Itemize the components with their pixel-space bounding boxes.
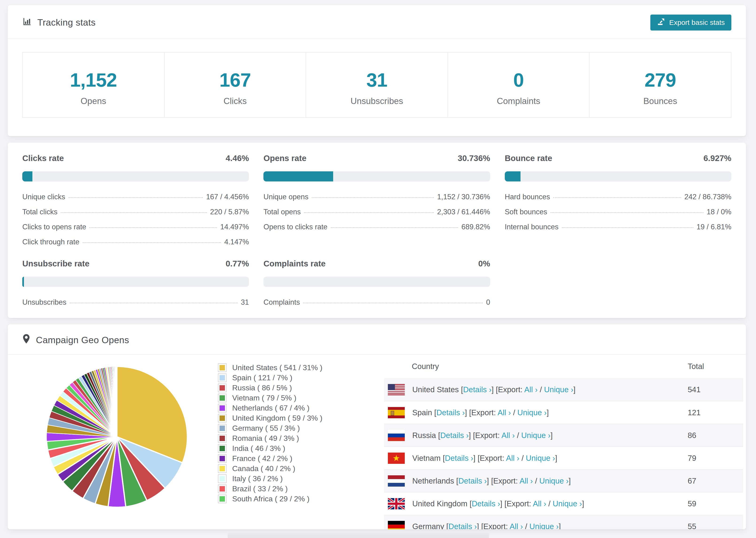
rate-panel-value: 4.46% [226,153,249,163]
tracking-stats-header: Tracking stats Export basic stats [8,5,746,39]
country-cell: Germany [Details ›] [Export: All › / Uni… [412,522,561,529]
rate-detail-value: 220 / 5.87% [210,208,249,216]
rate-detail-row: Unique opens 1,152 / 30.736% [263,193,490,201]
details-link[interactable]: Details › [440,431,469,440]
rate-detail-row: Internal bounces 19 / 6.81% [505,223,731,231]
legend-item: Brazil ( 33 / 2% ) [218,484,384,494]
country-cell: Russia [Details ›] [Export: All › / Uniq… [412,431,553,440]
rate-progress-fill [505,171,520,182]
total-cell: 67 [688,476,743,485]
total-cell: 59 [688,499,743,508]
details-link[interactable]: Details › [436,408,465,417]
rate-detail-value: 689.82% [461,223,490,231]
export-all-link[interactable]: All › [533,499,546,508]
table-row: United States [Details ›] [Export: All ›… [384,378,743,401]
export-unique-link[interactable]: Unique › [521,431,551,440]
rate-detail-value: 167 / 4.456% [206,193,249,201]
rate-detail-row: Clicks to opens rate 14.497% [22,223,249,231]
details-link[interactable]: Details › [449,522,477,529]
rate-detail-row: Opens to clicks rate 689.82% [263,223,490,231]
rate-detail-value: 0 [486,298,490,306]
legend-item: Netherlands ( 67 / 4% ) [218,403,384,413]
export-all-link[interactable]: All › [506,454,519,462]
country-cell: Spain [Details ›] [Export: All › / Uniqu… [412,408,549,417]
rate-detail-value: 4.147% [224,238,249,246]
geo-header: Campaign Geo Opens [8,324,746,355]
stat-counter: 279 Bounces [589,52,731,118]
rate-detail-row: Complaints 0 [263,298,490,306]
total-cell: 541 [688,385,743,394]
dotted-leader [551,212,703,213]
legend-color-swatch [218,364,226,372]
rate-progress-bar [22,171,249,182]
rate-progress-bar [263,171,490,182]
legend-label: France ( 42 / 2% ) [232,454,292,463]
column-header-total: Total [688,362,743,371]
rate-detail-row: Unsubscribes 31 [22,298,249,306]
legend-label: Netherlands ( 67 / 4% ) [232,404,309,412]
rate-progress-bar [263,277,490,287]
page-title: Tracking stats [37,17,95,28]
dotted-leader [312,197,434,198]
legend-item: Canada ( 40 / 2% ) [218,463,384,474]
stat-counter: 0 Complaints [448,52,590,118]
dotted-leader [82,242,221,243]
rate-detail-row: Soft bounces 18 / 0% [505,208,731,216]
legend-item: Italy ( 36 / 2% ) [218,474,384,484]
rate-progress-fill [22,171,32,182]
export-all-link[interactable]: All › [519,476,533,485]
rate-detail-value: 1,152 / 30.736% [437,193,490,201]
rate-detail-row: Unique clicks 167 / 4.456% [22,193,249,201]
export-unique-link[interactable]: Unique › [526,454,555,462]
export-all-link[interactable]: All › [502,431,515,440]
total-cell: 79 [688,454,743,463]
country-cell: United Kingdom [Details ›] [Export: All … [412,499,584,508]
export-all-link[interactable]: All › [524,385,538,394]
export-unique-link[interactable]: Unique › [553,499,582,508]
rate-panel: Bounce rate 6.927% Hard bounces 242 / 86… [505,153,731,246]
map-pin-icon [22,334,30,346]
legend-item: Germany ( 55 / 3% ) [218,423,384,433]
rate-detail-label: Unique opens [263,193,308,201]
rate-detail-value: 18 / 0% [707,208,731,216]
rate-panel-title: Bounce rate [505,153,552,163]
legend-color-swatch [218,414,226,422]
es-flag-icon [388,407,405,418]
rate-detail-row: Click through rate 4.147% [22,238,249,246]
stat-counter-value: 279 [590,69,731,91]
table-row: Spain [Details ›] [Export: All › / Uniqu… [384,401,743,424]
details-link[interactable]: Details › [463,385,491,394]
table-row: United Kingdom [Details ›] [Export: All … [384,492,743,515]
rate-detail-label: Click through rate [22,238,80,246]
legend-item: United Kingdom ( 59 / 3% ) [218,413,384,423]
dotted-leader [61,212,207,213]
rate-detail-row: Hard bounces 242 / 86.738% [505,193,731,201]
legend-label: Italy ( 36 / 2% ) [232,474,283,483]
export-all-link[interactable]: All › [510,522,523,529]
stat-counter: 167 Clicks [164,52,306,118]
rate-panel-value: 0.77% [226,259,249,268]
export-basic-stats-button[interactable]: Export basic stats [650,15,731,30]
export-unique-link[interactable]: Unique › [544,385,573,394]
de-flag-icon [388,521,405,529]
rate-detail-label: Total clicks [22,208,58,216]
table-row: Russia [Details ›] [Export: All › / Uniq… [384,424,743,447]
nl-flag-icon [388,475,405,487]
details-link[interactable]: Details › [472,499,500,508]
details-link[interactable]: Details › [458,476,487,485]
export-unique-link[interactable]: Unique › [529,522,559,529]
rate-detail-value: 31 [241,298,249,306]
export-unique-link[interactable]: Unique › [517,408,547,417]
geo-table-header: Country Total [384,355,743,378]
export-unique-link[interactable]: Unique › [539,476,568,485]
geo-legend: United States ( 541 / 31% ) Spain ( 121 … [218,363,384,504]
details-link[interactable]: Details › [445,454,473,462]
rate-panel-value: 6.927% [703,153,731,163]
legend-color-swatch [218,394,226,402]
tracking-stats-title: Tracking stats [22,17,95,28]
dotted-leader [70,302,238,303]
dotted-leader [562,227,693,228]
country-cell: Netherlands [Details ›] [Export: All › /… [412,476,571,485]
rate-panel-value: 0% [478,259,490,268]
export-all-link[interactable]: All › [498,408,511,417]
